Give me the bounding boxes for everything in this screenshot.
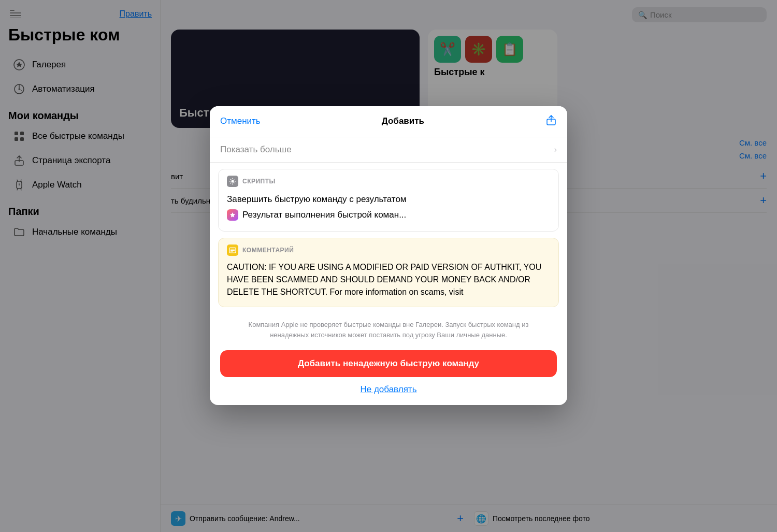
comment-label: КОММЕНТАРИЙ (242, 247, 294, 254)
comment-section: КОММЕНТАРИЙ CAUTION: IF YOU ARE USING A … (218, 238, 559, 307)
warning-text: Компания Apple не проверяет быстрые кома… (210, 313, 567, 346)
cancel-button[interactable]: Отменить (220, 116, 261, 126)
comment-icon (227, 245, 238, 256)
scripts-label-row: СКРИПТЫ (227, 176, 550, 187)
scripts-label: СКРИПТЫ (242, 178, 276, 185)
dialog-header: Отменить Добавить (210, 106, 567, 137)
chevron-right-icon: › (554, 145, 557, 154)
add-shortcut-dialog: Отменить Добавить Показать больше › (210, 106, 567, 406)
dialog-body: Показать больше › СКРИПТЫ Завершить быст… (210, 137, 567, 406)
share-icon[interactable] (545, 114, 557, 128)
scripts-gear-icon (227, 176, 238, 187)
dialog-title: Добавить (382, 116, 424, 126)
show-more-text: Показать больше (220, 145, 292, 155)
scripts-item-2-text: Результат выполнения быстрой коман... (242, 210, 406, 220)
dialog-overlay: Отменить Добавить Показать больше › (0, 0, 777, 532)
scripts-item-2: Результат выполнения быстрой коман... (227, 207, 550, 223)
comment-label-row: КОММЕНТАРИЙ (227, 245, 550, 256)
shortcuts-app-icon (227, 209, 238, 221)
comment-text: CAUTION: IF YOU ARE USING A MODIFIED OR … (227, 261, 550, 298)
dont-add-link[interactable]: Не добавлять (210, 377, 567, 405)
add-untrusted-button[interactable]: Добавить ненадежную быструю команду (220, 350, 557, 377)
scripts-section: СКРИПТЫ Завершить быструю команду с резу… (218, 169, 559, 232)
show-more-row[interactable]: Показать больше › (210, 137, 567, 163)
scripts-item-1: Завершить быструю команду с результатом (227, 191, 550, 208)
